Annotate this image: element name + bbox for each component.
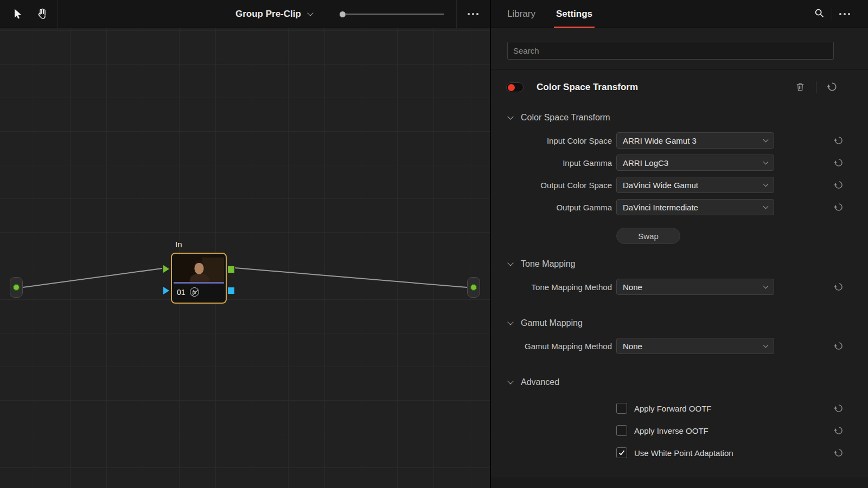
green-connector-dot: [13, 284, 20, 291]
graph-zoom-slider[interactable]: [340, 0, 448, 28]
swap-button[interactable]: Swap: [616, 228, 680, 244]
node-graph-pane: Group Pre-Clip In: [0, 0, 490, 488]
green-connector-dot: [470, 284, 477, 291]
chevron-down-icon: [763, 284, 769, 289]
node-footer: 01 fx: [172, 284, 226, 300]
reset-button[interactable]: [834, 403, 844, 413]
reset-button[interactable]: [834, 282, 844, 292]
checkmark-icon: [618, 449, 626, 457]
davinci-resolve-color-page: Group Pre-Clip In: [0, 0, 868, 488]
toolbar-separator: [58, 0, 58, 28]
cursor-arrow-icon: [11, 8, 24, 21]
reset-button[interactable]: [834, 448, 844, 458]
apply-forward-ootf-checkbox[interactable]: [616, 403, 627, 414]
chevron-down-icon: [507, 319, 513, 325]
setting-row-input-gamma: Input Gamma ARRI LogC3: [491, 155, 868, 171]
active-tab-underline: [554, 27, 595, 28]
node-group-selector[interactable]: Group Pre-Clip: [235, 0, 312, 28]
reset-button[interactable]: [834, 426, 844, 435]
reset-button[interactable]: [834, 158, 844, 168]
chevron-down-icon: [763, 159, 769, 165]
section-header-gamut-mapping[interactable]: Gamut Mapping: [508, 316, 868, 330]
fx-badge-icon: fx: [190, 287, 199, 297]
node-connection-wires: [0, 28, 490, 488]
section-header-color-space-transform[interactable]: Color Space Transform: [508, 111, 868, 125]
corrector-node-01[interactable]: 01 fx: [171, 253, 227, 304]
node-graph-toolbar: Group Pre-Clip: [0, 0, 490, 28]
panel-footer-area: [491, 478, 868, 488]
chevron-down-icon: [507, 260, 513, 266]
input-color-space-dropdown[interactable]: ARRI Wide Gamut 3: [616, 132, 774, 149]
chevron-down-icon: [763, 343, 769, 348]
setting-row-tone-mapping-method: Tone Mapping Method None: [491, 279, 868, 295]
setting-row-use-white-point-adaptation: Use White Point Adaptation: [491, 445, 868, 461]
chevron-down-icon: [507, 378, 513, 384]
node-group-label: Group Pre-Clip: [235, 9, 301, 20]
node-graph-canvas[interactable]: In 01 fx: [0, 28, 490, 488]
node-thumbnail: [174, 255, 224, 282]
graph-options-button[interactable]: [462, 0, 484, 28]
reset-icon: [827, 81, 838, 94]
chevron-down-icon: [507, 113, 513, 119]
setting-row-input-color-space: Input Color Space ARRI Wide Gamut 3: [491, 132, 868, 149]
node-number: 01: [177, 288, 186, 297]
pan-tool-button[interactable]: [31, 0, 53, 28]
panel-search-button[interactable]: [810, 0, 828, 28]
settings-pane-toolbar: Library Settings: [491, 0, 868, 28]
header-separator: [816, 81, 816, 93]
key-input-triangle[interactable]: [163, 287, 169, 294]
plugin-header: Color Space Transform: [491, 69, 868, 105]
zoom-slider-knob[interactable]: [340, 11, 346, 17]
input-gamma-dropdown[interactable]: ARRI LogC3: [616, 155, 774, 171]
plugin-enable-toggle[interactable]: [506, 82, 524, 92]
search-icon: [813, 7, 825, 21]
tab-library[interactable]: Library: [507, 0, 535, 28]
chevron-down-icon: [763, 137, 769, 143]
setting-row-output-color-space: Output Color Space DaVinci Wide Gamut: [491, 177, 868, 193]
trash-icon: [795, 81, 806, 94]
key-output-square[interactable]: [228, 287, 234, 294]
ellipsis-icon: [468, 13, 478, 15]
tab-settings[interactable]: Settings: [556, 0, 592, 28]
output-gamma-dropdown[interactable]: DaVinci Intermediate: [616, 199, 774, 215]
plugin-title: Color Space Transform: [537, 82, 638, 93]
delete-plugin-button[interactable]: [795, 81, 806, 94]
reset-button[interactable]: [834, 180, 844, 190]
toolbar-separator: [456, 0, 457, 28]
section-header-tone-mapping[interactable]: Tone Mapping: [508, 257, 868, 271]
pointer-tool-button[interactable]: [7, 0, 28, 28]
tone-mapping-method-dropdown[interactable]: None: [616, 279, 774, 295]
node-in-label: In: [175, 240, 182, 249]
setting-row-output-gamma: Output Gamma DaVinci Intermediate: [491, 199, 868, 215]
rgb-input-triangle[interactable]: [163, 265, 169, 273]
use-white-point-adaptation-checkbox[interactable]: [616, 447, 627, 458]
reset-button[interactable]: [834, 202, 844, 212]
section-header-advanced[interactable]: Advanced: [508, 375, 868, 389]
chevron-down-icon: [307, 10, 313, 16]
setting-row-apply-inverse-ootf: Apply Inverse OOTF: [491, 422, 868, 439]
chevron-down-icon: [763, 182, 769, 187]
plugin-reset-button[interactable]: [827, 81, 838, 94]
setting-row-gamut-mapping-method: Gamut Mapping Method None: [491, 338, 868, 354]
ellipsis-icon: [839, 13, 850, 15]
gamut-mapping-method-dropdown[interactable]: None: [616, 338, 774, 354]
reset-button[interactable]: [834, 136, 844, 145]
source-input-terminal[interactable]: [10, 277, 23, 298]
zoom-slider-track: [346, 14, 444, 15]
effects-settings-pane: Library Settings Col: [490, 0, 868, 488]
rgb-output-square[interactable]: [228, 266, 234, 273]
panel-options-button[interactable]: [835, 0, 854, 28]
chevron-down-icon: [763, 204, 769, 209]
settings-search-input[interactable]: [507, 42, 834, 60]
swap-row: Swap: [491, 228, 868, 244]
setting-row-apply-forward-ootf: Apply Forward OOTF: [491, 400, 868, 416]
hand-icon: [36, 8, 49, 21]
node-tree-output-terminal[interactable]: [467, 277, 480, 298]
toolbar-separator: [832, 8, 832, 21]
settings-pane-body: Color Space Transform: [491, 28, 868, 488]
apply-inverse-ootf-checkbox[interactable]: [616, 425, 627, 436]
reset-button[interactable]: [834, 341, 844, 351]
output-color-space-dropdown[interactable]: DaVinci Wide Gamut: [616, 177, 774, 193]
toggle-red-dot: [508, 84, 515, 91]
